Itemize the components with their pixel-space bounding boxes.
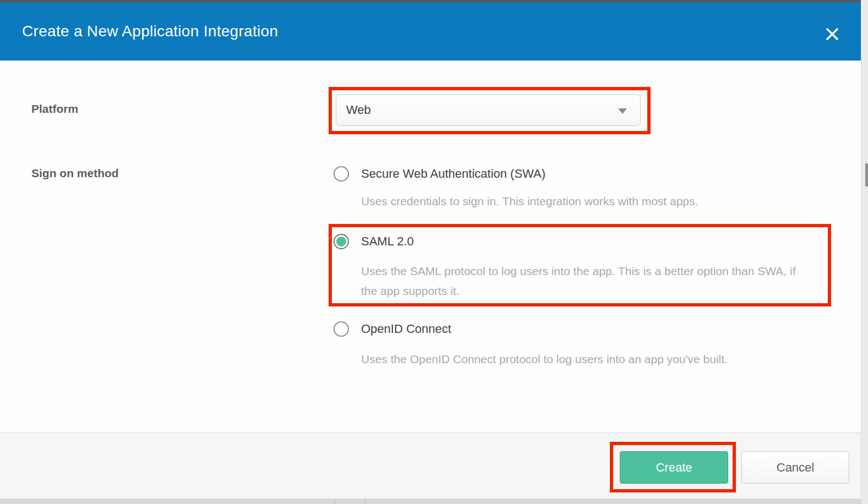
sign-on-method-label: Sign on method — [31, 167, 119, 180]
radio-saml-description: Uses the SAML protocol to log users into… — [361, 261, 808, 301]
chevron-down-icon — [618, 108, 627, 114]
modal-header: Create a New Application Integration — [0, 2, 861, 61]
page-scrollbar[interactable] — [861, 0, 868, 504]
close-icon[interactable] — [822, 24, 842, 44]
platform-label: Platform — [31, 102, 78, 116]
radio-saml-label[interactable]: SAML 2.0 — [361, 234, 414, 249]
radio-openid[interactable] — [334, 321, 349, 337]
platform-dropdown[interactable]: Web — [336, 94, 641, 126]
modal-title: Create a New Application Integration — [22, 2, 278, 61]
radio-swa[interactable] — [334, 166, 349, 182]
create-application-modal: Create a New Application Integration Pla… — [0, 0, 868, 504]
radio-swa-label[interactable]: Secure Web Authentication (SWA) — [361, 166, 545, 182]
radio-saml[interactable] — [334, 234, 349, 249]
cancel-button[interactable]: Cancel — [741, 451, 849, 484]
scrollbar-thumb[interactable] — [865, 163, 868, 187]
divider — [365, 498, 365, 504]
radio-openid-description: Uses the OpenID Connect protocol to log … — [361, 352, 728, 366]
platform-selected-value: Web — [346, 103, 371, 117]
divider — [335, 498, 335, 504]
modal-footer — [0, 432, 861, 498]
radio-swa-description: Uses credentials to sign in. This integr… — [361, 194, 698, 209]
radio-openid-label[interactable]: OpenID Connect — [361, 321, 451, 337]
bottom-page-edge — [0, 498, 861, 504]
create-button[interactable]: Create — [620, 451, 728, 484]
